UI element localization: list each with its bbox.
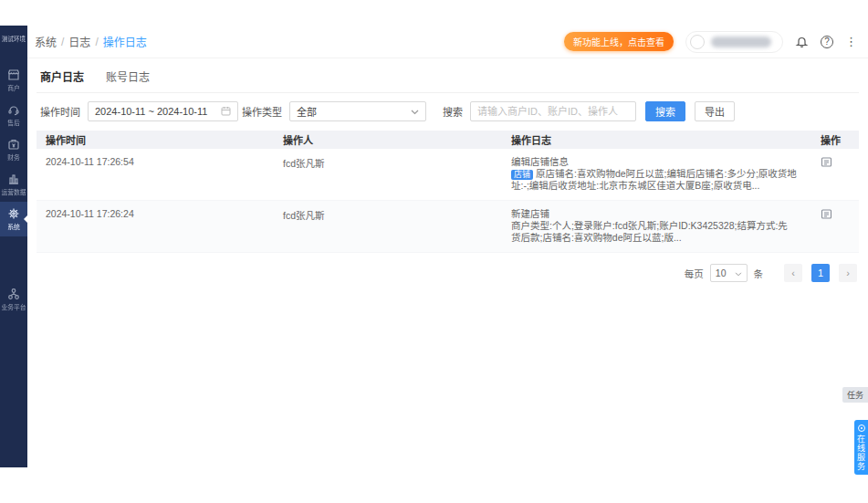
view-log-icon[interactable] [821,208,832,220]
per-page-prefix: 每页 [685,267,704,280]
search-input-wrap [470,101,636,121]
breadcrumb: 系统 / 日志 / 操作日志 [35,34,147,49]
sidebar-item-merchant[interactable]: 商户 [0,63,27,98]
bell-icon[interactable] [795,35,809,48]
help-icon[interactable]: ? [821,36,833,48]
org-chart-icon [7,288,20,300]
page-number-1[interactable]: 1 [811,264,830,282]
date-range-value: 2024-10-11 ~ 2024-10-11 [95,106,207,117]
time-filter-label: 操作时间 [40,104,80,119]
sidebar-item-label: 财务 [7,152,20,161]
filter-bar: 操作时间 2024-10-11 ~ 2024-10-11 操作类型 全部 [37,93,859,129]
sidebar-item-label: 商户 [7,83,20,91]
table-header: 操作时间 操作人 操作日志 操作 [37,131,859,149]
cell-operator: fcd张凡斯 [283,156,511,170]
column-header-log: 操作日志 [511,132,808,147]
per-page-value: 10 [716,267,727,278]
type-filter-label: 操作类型 [242,104,282,119]
topbar-right-cluster: 新功能上线，点击查看 ? ⋮ [564,31,857,53]
avatar [690,35,705,49]
content: 商户日志 账号日志 操作时间 2024-10-11 ~ 2024-10-11 操… [27,58,868,293]
breadcrumb-system[interactable]: 系统 [35,34,57,49]
top-bar: 系统 / 日志 / 操作日志 新功能上线，点击查看 ? [27,26,868,58]
breadcrumb-operation-logs[interactable]: 操作日志 [103,34,147,49]
cell-time: 2024-10-11 17:26:54 [37,156,283,167]
table-row: 2024-10-11 17:26:24 fcd张凡斯 新建店铺 商户类型:个人;… [37,201,859,253]
service-icon [858,424,865,432]
chevron-down-icon [735,267,742,278]
sidebar-item-business-platform[interactable]: 业务平台 [0,282,27,317]
export-button[interactable]: 导出 [695,101,735,121]
sidebar-item-finance[interactable]: 财务 [0,132,27,167]
tab-merchant-logs[interactable]: 商户日志 [40,68,84,84]
pagination: 每页 10 条 ‹ 1 › [37,253,859,293]
column-header-time: 操作时间 [37,132,283,147]
storefront-icon [7,68,20,81]
cell-action [808,208,859,222]
cell-action [808,156,859,170]
cell-operator: fcd张凡斯 [283,208,511,222]
sidebar-item-system[interactable]: 系统 [0,202,27,236]
sidebar-item-label: 运营数据 [1,187,26,195]
more-menu-icon[interactable]: ⋮ [845,36,857,48]
log-detail-text: 原店铺名:喜欢购物de阿丘以蓝;编辑后店铺名:多少分;原收货地址:-;编辑后收货… [511,168,797,191]
view-log-icon[interactable] [821,156,832,168]
per-page-suffix: 条 [754,267,764,280]
task-floating-tab[interactable]: 任务 [842,387,868,403]
tab-account-logs[interactable]: 账号日志 [106,68,150,84]
prev-page-button[interactable]: ‹ [784,264,802,282]
log-detail-text: 商户类型:个人;登录账户:fcd张凡斯;账户ID:K3425328;结算方式:先… [511,220,797,244]
cell-log: 编辑店铺信息 店铺原店铺名:喜欢购物de阿丘以蓝;编辑后店铺名:多少分;原收货地… [511,156,808,192]
sidebar-item-label: 售后 [7,118,20,126]
username-redacted [711,37,771,47]
log-tabs: 商户日志 账号日志 [37,58,859,93]
user-account-pill[interactable] [685,31,783,53]
online-service-floating-tab[interactable]: 在线服务 [854,420,868,475]
bar-chart-icon [7,173,20,185]
sidebar-item-operations-data[interactable]: 运营数据 [0,167,27,202]
sidebar: 测试环境 商户 售后 [0,26,27,467]
breadcrumb-separator: / [61,36,64,48]
cell-log: 新建店铺 商户类型:个人;登录账户:fcd张凡斯;账户ID:K3425328;结… [511,208,808,244]
operation-type-select[interactable]: 全部 [289,101,426,121]
log-title: 编辑店铺信息 [511,156,797,168]
log-title: 新建店铺 [511,208,797,220]
cell-time: 2024-10-11 17:26:24 [37,208,283,219]
sidebar-item-label: 系统 [7,222,20,230]
search-label: 搜索 [443,104,463,119]
log-detail: 店铺原店铺名:喜欢购物de阿丘以蓝;编辑后店铺名:多少分;原收货地址:-;编辑后… [511,168,797,192]
app-window: 测试环境 商户 售后 [0,0,868,503]
breadcrumb-logs[interactable]: 日志 [68,34,90,49]
gear-icon [7,207,20,220]
next-page-button[interactable]: › [839,264,857,282]
operation-type-value: 全部 [297,104,317,119]
sidebar-item-label: 业务平台 [1,302,26,310]
calendar-icon [221,106,231,118]
table-row: 2024-10-11 17:26:54 fcd张凡斯 编辑店铺信息 店铺原店铺名… [37,149,859,201]
headset-icon [7,103,20,116]
breadcrumb-separator: / [95,36,98,48]
per-page-select[interactable]: 10 [710,264,748,282]
search-input[interactable] [477,106,629,117]
log-badge: 店铺 [511,170,533,180]
column-header-action: 操作 [808,132,859,147]
search-button[interactable]: 搜索 [645,101,685,121]
sidebar-item-aftersales[interactable]: 售后 [0,98,27,132]
new-feature-banner[interactable]: 新功能上线，点击查看 [564,32,674,51]
sidebar-logo: 测试环境 [1,34,26,42]
date-range-picker[interactable]: 2024-10-11 ~ 2024-10-11 [88,101,238,121]
finance-icon [7,138,20,151]
chevron-down-icon [411,106,419,117]
column-header-operator: 操作人 [283,132,511,147]
service-tab-label: 在线服务 [855,435,867,471]
main-area: 系统 / 日志 / 操作日志 新功能上线，点击查看 ? [27,26,868,467]
